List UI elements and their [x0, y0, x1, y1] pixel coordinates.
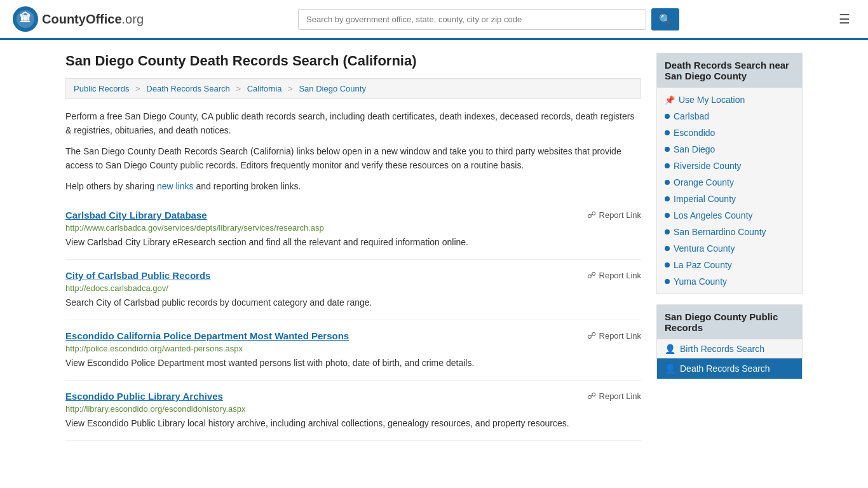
- result-url-2[interactable]: http://police.escondido.org/wanted-perso…: [65, 344, 641, 353]
- dot-icon-san-diego: [665, 147, 670, 152]
- sidebar-nearby-section: Death Records Search near San Diego Coun…: [656, 53, 803, 294]
- result-header-1: City of Carlsbad Public Records ☍ Report…: [65, 270, 641, 281]
- breadcrumb-san-diego[interactable]: San Diego County: [299, 84, 366, 93]
- dot-icon-riverside: [665, 163, 670, 168]
- result-desc-0: View Carlsbad City Library eResearch sec…: [65, 236, 641, 249]
- orange-county-link[interactable]: Orange County: [674, 177, 734, 187]
- imperial-county-link[interactable]: Imperial County: [674, 194, 736, 204]
- los-angeles-county-link[interactable]: Los Angeles County: [674, 210, 753, 220]
- result-desc-3: View Escondido Public Library local hist…: [65, 417, 641, 430]
- search-area: 🔍: [298, 8, 679, 30]
- result-title-1[interactable]: City of Carlsbad Public Records: [65, 270, 210, 281]
- sidebar-public-records-section: San Diego County Public Records 👤 Birth …: [656, 304, 803, 379]
- riverside-county-link[interactable]: Riverside County: [674, 161, 742, 171]
- breadcrumb: Public Records > Death Records Search > …: [65, 78, 641, 99]
- death-records-search-label: Death Records Search: [680, 363, 770, 374]
- sidebar-item-san-diego[interactable]: San Diego: [657, 141, 802, 158]
- sidebar-item-orange[interactable]: Orange County: [657, 174, 802, 191]
- description-para2: The San Diego County Death Records Searc…: [65, 144, 641, 173]
- main-content: San Diego County Death Records Search (C…: [65, 53, 641, 441]
- la-paz-county-link[interactable]: La Paz County: [674, 260, 732, 270]
- sidebar-nearby-list: 📌 Use My Location Carlsbad Escondido San…: [657, 88, 802, 294]
- sidebar-item-los-angeles[interactable]: Los Angeles County: [657, 207, 802, 224]
- sidebar-death-records-item-active[interactable]: 👤 Death Records Search: [657, 358, 802, 379]
- dot-icon-ventura: [665, 246, 670, 251]
- sidebar-item-riverside[interactable]: Riverside County: [657, 158, 802, 174]
- location-pin-icon: 📌: [665, 95, 675, 105]
- dot-icon-escondido: [665, 130, 670, 135]
- description-para3: Help others by sharing new links and rep…: [65, 179, 641, 193]
- dot-icon-san-bernardino: [665, 229, 670, 234]
- dot-icon-imperial: [665, 196, 670, 201]
- birth-records-search-link[interactable]: Birth Records Search: [680, 344, 764, 354]
- site-header: 🏛 CountyOffice.org 🔍 ☰: [0, 0, 868, 40]
- breadcrumb-sep-3: >: [288, 84, 293, 93]
- dot-icon-carlsbad: [665, 114, 670, 119]
- sidebar-item-san-bernardino[interactable]: San Bernardino County: [657, 224, 802, 240]
- search-input[interactable]: [298, 9, 646, 30]
- breadcrumb-death-records[interactable]: Death Records Search: [146, 84, 230, 93]
- sidebar-birth-records-item[interactable]: 👤 Birth Records Search: [657, 339, 802, 358]
- dot-icon-los-angeles: [665, 213, 670, 218]
- main-container: San Diego County Death Records Search (C…: [53, 40, 815, 454]
- report-link-1[interactable]: ☍ Report Link: [587, 270, 641, 280]
- logo-text: CountyOffice.org: [42, 12, 144, 27]
- dot-icon-la-paz: [665, 262, 670, 268]
- report-icon-0: ☍: [587, 210, 596, 220]
- escondido-link[interactable]: Escondido: [674, 128, 715, 138]
- use-my-location-link[interactable]: Use My Location: [679, 95, 745, 105]
- ventura-county-link[interactable]: Ventura County: [674, 243, 735, 254]
- dot-icon-yuma: [665, 279, 670, 284]
- carlsbad-link[interactable]: Carlsbad: [674, 111, 709, 121]
- result-title-2[interactable]: Escondido California Police Department M…: [65, 330, 349, 341]
- results-list: Carlsbad City Library Database ☍ Report …: [65, 200, 641, 441]
- result-header-3: Escondido Public Library Archives ☍ Repo…: [65, 391, 641, 402]
- logo-icon: 🏛: [13, 6, 38, 32]
- search-button[interactable]: 🔍: [651, 8, 679, 30]
- result-item-0: Carlsbad City Library Database ☍ Report …: [65, 200, 641, 260]
- result-title-0[interactable]: Carlsbad City Library Database: [65, 210, 207, 220]
- breadcrumb-california[interactable]: California: [247, 84, 282, 93]
- person-icon-birth: 👤: [665, 344, 675, 354]
- dot-icon-orange: [665, 180, 670, 185]
- report-link-3[interactable]: ☍ Report Link: [587, 391, 641, 401]
- result-header-0: Carlsbad City Library Database ☍ Report …: [65, 210, 641, 220]
- sidebar-item-yuma[interactable]: Yuma County: [657, 273, 802, 290]
- result-title-3[interactable]: Escondido Public Library Archives: [65, 391, 223, 402]
- breadcrumb-public-records[interactable]: Public Records: [74, 84, 129, 93]
- report-icon-3: ☍: [587, 391, 596, 401]
- result-item-2: Escondido California Police Department M…: [65, 320, 641, 381]
- result-url-1[interactable]: http://edocs.carlsbadca.gov/: [65, 283, 641, 293]
- sidebar-item-ventura[interactable]: Ventura County: [657, 240, 802, 257]
- sidebar-nearby-header: Death Records Search near San Diego Coun…: [657, 53, 802, 88]
- breadcrumb-sep-1: >: [135, 84, 140, 93]
- result-desc-1: Search City of Carlsbad public records b…: [65, 296, 641, 309]
- report-link-0[interactable]: ☍ Report Link: [587, 210, 641, 220]
- result-item-1: City of Carlsbad Public Records ☍ Report…: [65, 260, 641, 320]
- san-bernardino-county-link[interactable]: San Bernardino County: [674, 227, 766, 237]
- sidebar-item-escondido[interactable]: Escondido: [657, 125, 802, 141]
- report-icon-2: ☍: [587, 330, 596, 341]
- report-link-2[interactable]: ☍ Report Link: [587, 330, 641, 341]
- yuma-county-link[interactable]: Yuma County: [674, 276, 727, 287]
- menu-button[interactable]: ☰: [834, 9, 855, 29]
- report-icon-1: ☍: [587, 270, 596, 280]
- logo-area: 🏛 CountyOffice.org: [13, 6, 144, 32]
- svg-text:🏛: 🏛: [20, 11, 31, 25]
- sidebar-public-records-header: San Diego County Public Records: [657, 305, 802, 339]
- person-icon-death: 👤: [665, 363, 675, 374]
- description-para1: Perform a free San Diego County, CA publ…: [65, 109, 641, 138]
- new-links-link[interactable]: new links: [157, 181, 194, 191]
- san-diego-link[interactable]: San Diego: [674, 144, 715, 154]
- sidebar: Death Records Search near San Diego Coun…: [656, 53, 803, 441]
- result-item-3: Escondido Public Library Archives ☍ Repo…: [65, 381, 641, 441]
- result-header-2: Escondido California Police Department M…: [65, 330, 641, 341]
- page-title: San Diego County Death Records Search (C…: [65, 53, 641, 69]
- result-url-3[interactable]: http://library.escondido.org/escondidohi…: [65, 404, 641, 414]
- sidebar-use-my-location[interactable]: 📌 Use My Location: [657, 92, 802, 108]
- sidebar-item-imperial[interactable]: Imperial County: [657, 191, 802, 207]
- result-desc-2: View Escondido Police Department most wa…: [65, 356, 641, 370]
- result-url-0[interactable]: http://www.carlsbadca.gov/services/depts…: [65, 223, 641, 233]
- sidebar-item-carlsbad[interactable]: Carlsbad: [657, 108, 802, 125]
- sidebar-item-la-paz[interactable]: La Paz County: [657, 257, 802, 273]
